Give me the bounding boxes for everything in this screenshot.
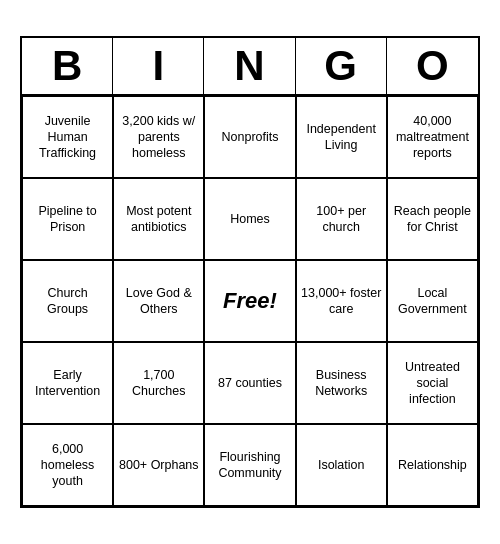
bingo-cell-22: Flourishing Community [204, 424, 295, 506]
bingo-cell-4: 40,000 maltreatment reports [387, 96, 478, 178]
bingo-letter-n: N [204, 38, 295, 94]
bingo-cell-24: Relationship [387, 424, 478, 506]
bingo-cell-0: Juvenile Human Trafficking [22, 96, 113, 178]
bingo-cell-8: 100+ per church [296, 178, 387, 260]
bingo-letter-b: B [22, 38, 113, 94]
bingo-cell-20: 6,000 homeless youth [22, 424, 113, 506]
bingo-grid: Juvenile Human Trafficking3,200 kids w/ … [22, 96, 478, 506]
bingo-header: BINGO [22, 38, 478, 96]
bingo-cell-3: Independent Living [296, 96, 387, 178]
bingo-cell-17: 87 counties [204, 342, 295, 424]
bingo-letter-i: I [113, 38, 204, 94]
bingo-cell-1: 3,200 kids w/ parents homeless [113, 96, 204, 178]
bingo-cell-13: 13,000+ foster care [296, 260, 387, 342]
bingo-cell-14: Local Government [387, 260, 478, 342]
bingo-letter-g: G [296, 38, 387, 94]
bingo-cell-18: Business Networks [296, 342, 387, 424]
bingo-cell-2: Nonprofits [204, 96, 295, 178]
bingo-cell-15: Early Intervention [22, 342, 113, 424]
bingo-cell-21: 800+ Orphans [113, 424, 204, 506]
bingo-cell-7: Homes [204, 178, 295, 260]
bingo-cell-12: Free! [204, 260, 295, 342]
bingo-cell-19: Untreated social infection [387, 342, 478, 424]
bingo-cell-23: Isolation [296, 424, 387, 506]
bingo-cell-6: Most potent antibiotics [113, 178, 204, 260]
bingo-cell-16: 1,700 Churches [113, 342, 204, 424]
bingo-cell-11: Love God & Others [113, 260, 204, 342]
bingo-cell-10: Church Groups [22, 260, 113, 342]
bingo-letter-o: O [387, 38, 478, 94]
bingo-cell-5: Pipeline to Prison [22, 178, 113, 260]
bingo-cell-9: Reach people for Christ [387, 178, 478, 260]
bingo-card: BINGO Juvenile Human Trafficking3,200 ki… [20, 36, 480, 508]
